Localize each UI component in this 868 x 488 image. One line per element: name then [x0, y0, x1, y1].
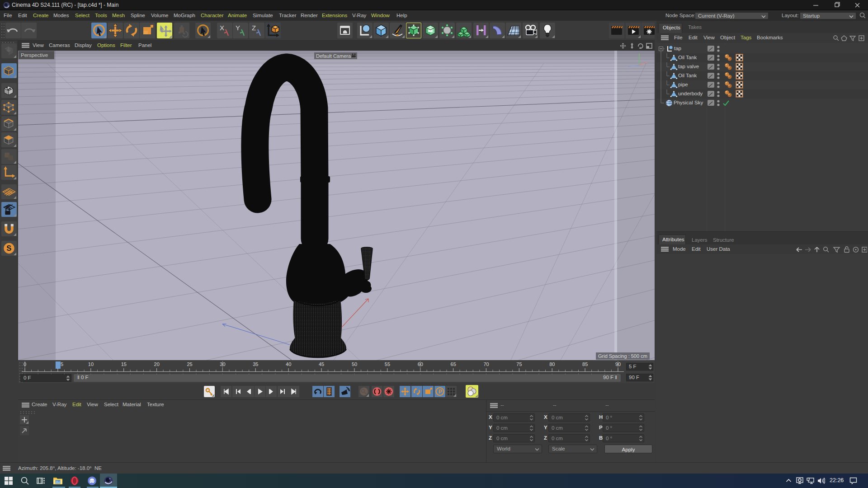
- svg-text:0: 0: [24, 361, 26, 367]
- svg-text:Grid Spacing : 500 cm: Grid Spacing : 500 cm: [598, 353, 647, 359]
- svg-text:S: S: [6, 244, 11, 252]
- svg-text:Perspective: Perspective: [21, 52, 48, 58]
- svg-text:15: 15: [121, 361, 127, 367]
- svg-text:60: 60: [418, 361, 423, 367]
- svg-text:35: 35: [253, 361, 258, 367]
- svg-text:25: 25: [187, 361, 192, 367]
- svg-text:45: 45: [319, 361, 324, 367]
- svg-text:85: 85: [582, 361, 588, 367]
- svg-text:Y: Y: [236, 24, 240, 32]
- svg-text:10: 10: [88, 361, 94, 367]
- svg-text:65: 65: [451, 361, 456, 367]
- svg-text:80: 80: [549, 361, 555, 367]
- svg-text:75: 75: [516, 361, 522, 367]
- svg-text:40: 40: [286, 361, 291, 367]
- svg-text:70: 70: [483, 361, 489, 367]
- svg-text:5: 5: [61, 361, 63, 367]
- svg-text:20: 20: [154, 361, 160, 367]
- svg-text:Z: Z: [252, 24, 256, 32]
- svg-text:Default Camera: Default Camera: [316, 53, 351, 59]
- svg-text:X: X: [220, 24, 224, 32]
- svg-text:55: 55: [385, 361, 390, 367]
- svg-text:90: 90: [615, 361, 621, 367]
- svg-text:30: 30: [220, 361, 225, 367]
- svg-text:50: 50: [352, 361, 357, 367]
- svg-text:P: P: [439, 389, 442, 395]
